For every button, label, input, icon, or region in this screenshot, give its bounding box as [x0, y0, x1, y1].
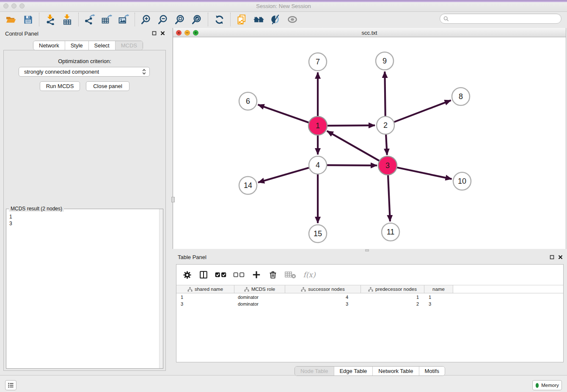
- graph-node-label: 15: [314, 229, 322, 238]
- close-table-panel-icon[interactable]: [558, 255, 563, 259]
- graph-edge-3-10[interactable]: [397, 168, 452, 179]
- column-header-shared-name[interactable]: shared name: [176, 285, 234, 293]
- import-table-button[interactable]: [59, 13, 76, 26]
- graph-node-11[interactable]: 11: [382, 223, 399, 241]
- optimization-criterion-select[interactable]: strongly connected component: [19, 67, 150, 77]
- table-cell[interactable]: 1: [424, 294, 453, 301]
- save-session-button[interactable]: [19, 13, 36, 26]
- search-field[interactable]: [440, 14, 561, 24]
- tab-node-table[interactable]: Node Table: [295, 367, 334, 375]
- export-table-button[interactable]: [98, 13, 115, 26]
- graph-node-4[interactable]: 4: [309, 156, 327, 174]
- column-header-successor-nodes[interactable]: successor nodes: [285, 285, 361, 293]
- table-row[interactable]: 3dominator323: [176, 301, 563, 307]
- deselect-all-rows-button[interactable]: [232, 268, 246, 281]
- optimization-criterion-label: Optimization criterion:: [0, 58, 169, 64]
- graph-edge-2-8[interactable]: [394, 100, 451, 122]
- table-cell-filler: [453, 301, 563, 307]
- network-window-title: scc.txt: [173, 30, 566, 36]
- graph-node-6[interactable]: 6: [239, 92, 257, 110]
- zoom-selected-button[interactable]: [188, 13, 205, 26]
- table-cell[interactable]: dominator: [234, 294, 285, 301]
- table-settings-button[interactable]: [181, 268, 193, 281]
- add-row-button[interactable]: [250, 268, 263, 281]
- table-cell[interactable]: 3: [424, 301, 453, 307]
- run-mcds-button[interactable]: Run MCDS: [40, 81, 80, 91]
- column-header-name[interactable]: name: [424, 285, 453, 293]
- network-graph[interactable]: 1234678910111415: [173, 37, 566, 248]
- table-row[interactable]: 1dominator411: [176, 294, 563, 301]
- zoom-in-button[interactable]: [138, 13, 154, 26]
- vertical-splitter-grip[interactable]: [171, 197, 175, 202]
- open-session-button[interactable]: [3, 13, 19, 26]
- export-network-button[interactable]: [81, 13, 98, 26]
- import-network-button[interactable]: [42, 13, 59, 26]
- zoom-out-button[interactable]: [154, 13, 171, 26]
- network-canvas[interactable]: 1234678910111415: [173, 37, 566, 249]
- column-header-predecessor-nodes[interactable]: predecessor nodes: [361, 285, 424, 293]
- table-cell[interactable]: 2: [361, 301, 424, 307]
- graph-edge-4-3[interactable]: [327, 165, 377, 166]
- task-history-button[interactable]: [5, 380, 17, 390]
- tab-edge-table[interactable]: Edge Table: [334, 367, 373, 375]
- memory-label: Memory: [541, 383, 559, 388]
- graph-node-7[interactable]: 7: [309, 53, 327, 71]
- function-builder-button[interactable]: f(x): [301, 268, 317, 281]
- graph-node-10[interactable]: 10: [453, 172, 471, 190]
- graph-edge-1-2[interactable]: [327, 125, 375, 126]
- tab-mcds[interactable]: MCDS: [116, 41, 143, 50]
- table-panel: Table Panel: [173, 252, 567, 375]
- column-header-MCDS-role[interactable]: MCDS role: [234, 285, 285, 293]
- tab-select[interactable]: Select: [89, 41, 116, 50]
- graph-edge-2-3[interactable]: [386, 135, 387, 155]
- mcds-result-item: 1: [9, 213, 159, 220]
- mcds-result-list[interactable]: 13: [6, 211, 159, 368]
- graph-edge-1-6[interactable]: [258, 105, 309, 122]
- memory-button[interactable]: Memory: [532, 380, 562, 390]
- clone-network-button[interactable]: [233, 13, 250, 26]
- search-input[interactable]: [451, 16, 558, 22]
- home-button[interactable]: [250, 13, 267, 26]
- table-cell[interactable]: 1: [176, 294, 234, 301]
- table-cell[interactable]: dominator: [234, 301, 285, 307]
- table-cell[interactable]: 4: [285, 294, 361, 301]
- table-cell[interactable]: 3: [176, 301, 234, 307]
- tab-network-table[interactable]: Network Table: [373, 367, 419, 375]
- graph-node-9[interactable]: 9: [376, 52, 394, 70]
- delete-table-button[interactable]: [283, 268, 297, 281]
- float-panel-icon[interactable]: [152, 31, 157, 36]
- tab-network[interactable]: Network: [33, 41, 65, 50]
- window-titlebar: Session: New Session: [0, 0, 567, 12]
- graph-node-8[interactable]: 8: [452, 88, 470, 105]
- float-table-panel-icon[interactable]: [550, 255, 554, 259]
- export-image-button[interactable]: [115, 13, 132, 26]
- tab-style[interactable]: Style: [65, 41, 89, 50]
- graph-node-3[interactable]: 3: [378, 156, 397, 175]
- horizontal-splitter-grip[interactable]: [365, 249, 369, 251]
- mcds-result-scrollbar[interactable]: [159, 209, 163, 368]
- network-window-titlebar[interactable]: scc.txt: [173, 28, 566, 37]
- graph-edge-3-1[interactable]: [327, 131, 380, 161]
- zoom-fit-button[interactable]: [171, 13, 188, 26]
- graph-edge-3-11[interactable]: [388, 175, 390, 221]
- show-graphics-details-button[interactable]: [267, 13, 284, 26]
- delete-row-button[interactable]: [267, 268, 279, 281]
- graph-node-2[interactable]: 2: [377, 116, 394, 134]
- graph-edge-4-14[interactable]: [258, 168, 309, 182]
- close-panel-icon[interactable]: [160, 31, 165, 36]
- graph-node-14[interactable]: 14: [239, 177, 257, 194]
- close-panel-button[interactable]: Close panel: [86, 81, 129, 91]
- graph-node-label: 1: [316, 121, 320, 130]
- show-columns-button[interactable]: [197, 268, 210, 281]
- birdseye-view-button[interactable]: [284, 13, 301, 26]
- tab-motifs[interactable]: Motifs: [419, 367, 445, 375]
- table-cell[interactable]: 3: [285, 301, 361, 307]
- graph-edge-2-9[interactable]: [385, 72, 385, 116]
- function-builder-icon: f(x): [303, 271, 315, 279]
- table-cell[interactable]: 1: [361, 294, 424, 301]
- graph-node-15[interactable]: 15: [309, 225, 327, 243]
- graph-node-1[interactable]: 1: [308, 116, 327, 135]
- clone-network-icon: [236, 14, 247, 25]
- refresh-button[interactable]: [211, 13, 228, 26]
- select-all-rows-button[interactable]: [214, 268, 228, 281]
